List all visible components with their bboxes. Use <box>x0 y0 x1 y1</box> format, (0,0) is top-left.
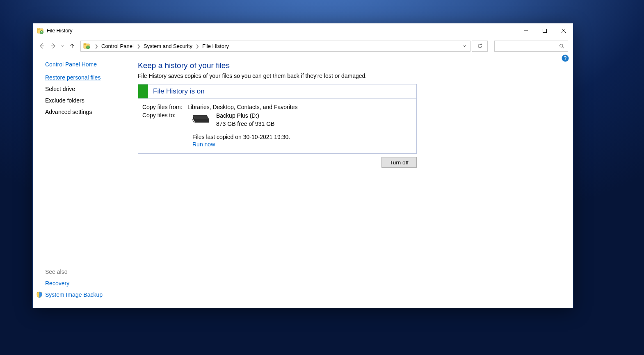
breadcrumb-item[interactable]: File History <box>201 43 230 49</box>
page-subtitle: File History saves copies of your files … <box>138 73 557 79</box>
refresh-button[interactable] <box>472 41 488 52</box>
titlebar: File History <box>33 23 573 38</box>
drive-name: Backup Plus (D:) <box>216 112 274 120</box>
svg-rect-1 <box>37 28 40 30</box>
status-body: Copy files from: Libraries, Desktop, Con… <box>138 99 416 153</box>
search-input[interactable] <box>494 41 568 52</box>
svg-rect-3 <box>543 29 547 33</box>
main-content: ? Keep a history of your files File Hist… <box>138 54 573 308</box>
see-also-label: See also <box>45 269 133 275</box>
drive-icon <box>187 112 211 126</box>
breadcrumb-item[interactable]: System and Security <box>143 43 193 49</box>
minimize-button[interactable] <box>516 23 535 38</box>
window-controls <box>516 23 573 38</box>
up-button[interactable] <box>67 41 77 51</box>
shield-icon <box>36 291 43 298</box>
search-icon <box>559 43 564 49</box>
svg-point-6 <box>87 46 90 49</box>
breadcrumb-item[interactable]: Control Panel <box>100 43 135 49</box>
turn-off-button[interactable]: Turn off <box>381 157 417 168</box>
forward-button[interactable] <box>48 41 58 51</box>
svg-marker-12 <box>195 119 209 123</box>
last-copied-text: Files last copied on 30-10-2021 19:30. <box>192 134 412 140</box>
run-now-link[interactable]: Run now <box>192 141 215 148</box>
window-body: Control Panel Home Restore personal file… <box>33 54 573 308</box>
copy-to-label: Copy files to: <box>142 112 187 128</box>
copy-from-label: Copy files from: <box>142 104 187 110</box>
status-box: File History is on Copy files from: Libr… <box>138 84 417 154</box>
sidebar: Control Panel Home Restore personal file… <box>33 54 138 308</box>
status-title: File History is on <box>153 87 205 96</box>
address-dropdown[interactable] <box>459 41 470 51</box>
help-icon[interactable]: ? <box>562 55 569 62</box>
status-flag-icon <box>138 84 148 98</box>
maximize-button[interactable] <box>535 23 554 38</box>
svg-text:?: ? <box>564 55 566 61</box>
address-bar[interactable]: ❯ Control Panel ❯ System and Security ❯ … <box>80 41 470 52</box>
chevron-right-icon: ❯ <box>92 44 100 48</box>
window-title: File History <box>47 28 73 34</box>
back-button[interactable] <box>37 41 47 51</box>
sidebar-system-image-backup[interactable]: System Image Backup <box>45 291 133 298</box>
sidebar-restore-personal-files[interactable]: Restore personal files <box>45 74 133 81</box>
close-button[interactable] <box>554 23 573 38</box>
sidebar-recovery[interactable]: Recovery <box>45 280 133 287</box>
navigation-row: ❯ Control Panel ❯ System and Security ❯ … <box>33 38 573 54</box>
copy-from-value: Libraries, Desktop, Contacts, and Favori… <box>187 104 297 110</box>
svg-rect-5 <box>84 43 86 45</box>
file-history-app-icon <box>37 27 43 34</box>
chevron-right-icon: ❯ <box>135 44 143 48</box>
history-dropdown[interactable] <box>60 44 66 48</box>
file-history-window: File History <box>32 23 573 308</box>
chevron-right-icon: ❯ <box>193 44 201 48</box>
folder-icon <box>83 43 90 49</box>
sidebar-exclude-folders[interactable]: Exclude folders <box>45 97 133 104</box>
drive-space: 873 GB free of 931 GB <box>216 120 274 128</box>
status-header: File History is on <box>138 84 416 99</box>
sidebar-advanced-settings[interactable]: Advanced settings <box>45 109 133 115</box>
sidebar-select-drive[interactable]: Select drive <box>45 86 133 92</box>
control-panel-home-link[interactable]: Control Panel Home <box>45 61 133 68</box>
svg-marker-10 <box>193 115 209 119</box>
page-heading: Keep a history of your files <box>138 61 557 70</box>
svg-point-7 <box>560 44 563 47</box>
